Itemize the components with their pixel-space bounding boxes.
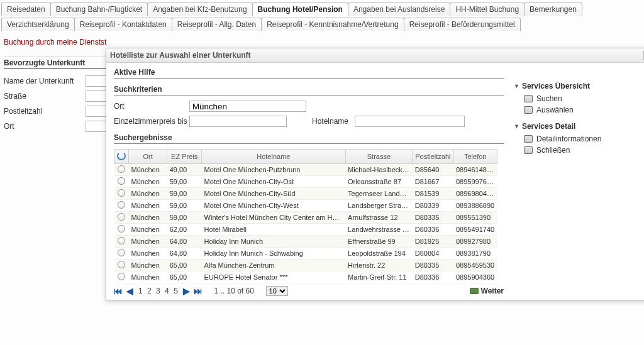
- section-search-criteria: Suchkriterien: [114, 85, 504, 96]
- tab-reiseprofil-kenntnisnahme-vertretung[interactable]: Reiseprofil - Kenntnisnahme/Vertretung: [261, 18, 404, 31]
- service-icon: [524, 135, 533, 141]
- tab-buchung-bahn-flugticket[interactable]: Buchung Bahn-/Flugticket: [50, 3, 148, 16]
- label-zip: Postleitzahl: [4, 107, 86, 116]
- service-label: Detailinformationen: [536, 134, 601, 141]
- hotel-list-popup: Hotelliste zur Auswahl einer Unterkunft …: [106, 48, 644, 141]
- label-ez-price: Einzelzimmerpreis bis: [114, 117, 189, 126]
- service-detail-detailinformationen[interactable]: Detailinformationen: [514, 133, 644, 141]
- input-hotelname[interactable]: [355, 116, 465, 127]
- service-label: Suchen: [536, 94, 562, 103]
- service-icon: [524, 106, 533, 114]
- tab-bemerkungen[interactable]: Bemerkungen: [524, 3, 582, 16]
- services-detail-head[interactable]: Services Detail: [514, 122, 644, 131]
- input-ez-price[interactable]: [189, 116, 287, 127]
- label-accommodation-name: Name der Unterkunft: [4, 77, 86, 85]
- input-street[interactable]: [86, 90, 108, 102]
- input-accommodation-name[interactable]: [86, 75, 108, 87]
- tab-reiseprofil-allg-daten[interactable]: Reiseprofil - Allg. Daten: [172, 18, 262, 31]
- tab-bar: ReisedatenBuchung Bahn-/FlugticketAngabe…: [0, 0, 644, 33]
- tab-verzichtserkl-rung[interactable]: Verzichtserklärung: [1, 18, 75, 31]
- booking-by-service-link[interactable]: Buchung durch meine Dienstst: [4, 38, 640, 47]
- tab-reisedaten[interactable]: Reisedaten: [1, 3, 51, 16]
- service-overview-suchen[interactable]: Suchen: [514, 93, 644, 104]
- label-street: Straße: [4, 92, 86, 101]
- label-city: Ort: [4, 122, 86, 131]
- section-results: Suchergebnisse: [114, 133, 504, 141]
- tab-reiseprofil-kontaktdaten[interactable]: Reiseprofil - Kontaktdaten: [74, 18, 172, 31]
- input-zip[interactable]: [86, 106, 108, 117]
- tab-hh-mittel-buchung[interactable]: HH-Mittel Buchung: [450, 3, 525, 16]
- label-ort: Ort: [114, 102, 189, 111]
- tab-angaben-bei-kfz-benutzung[interactable]: Angaben bei Kfz-Benutzung: [147, 3, 252, 16]
- service-overview-ausw-hlen[interactable]: Auswählen: [514, 104, 644, 116]
- tab-buchung-hotel-pension[interactable]: Buchung Hotel/Pension: [252, 3, 348, 16]
- service-icon: [524, 95, 533, 102]
- input-ort[interactable]: [189, 101, 306, 112]
- input-city[interactable]: [86, 121, 108, 132]
- label-hotelname: Hotelname: [312, 117, 348, 126]
- tab-angaben-bei-auslandsreise[interactable]: Angaben bei Auslandsreise: [348, 3, 450, 16]
- services-overview-head[interactable]: Services Übersicht: [514, 82, 644, 90]
- section-active-help: Aktive Hilfe: [114, 68, 504, 79]
- popup-title: Hotelliste zur Auswahl einer Unterkunft: [110, 51, 251, 60]
- service-label: Auswählen: [536, 106, 574, 114]
- tab-reiseprofil-bef-rderungsmittel[interactable]: Reiseprofil - Beförderungsmittel: [404, 18, 521, 31]
